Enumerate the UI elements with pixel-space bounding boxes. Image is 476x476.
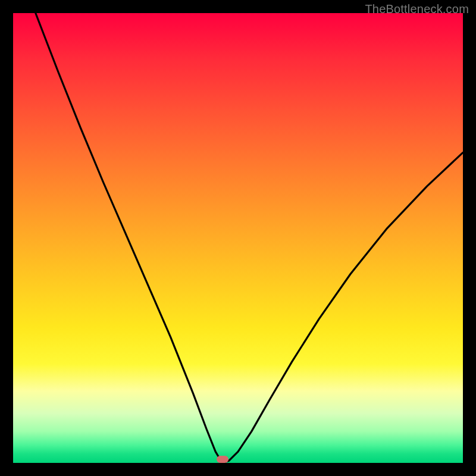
watermark-text: TheBottleneck.com: [365, 2, 469, 16]
plot-area: [13, 13, 463, 463]
optimal-marker: [217, 456, 228, 463]
chart-frame: TheBottleneck.com: [0, 0, 476, 476]
bottleneck-curve: [13, 13, 463, 463]
curve-path: [36, 13, 463, 463]
